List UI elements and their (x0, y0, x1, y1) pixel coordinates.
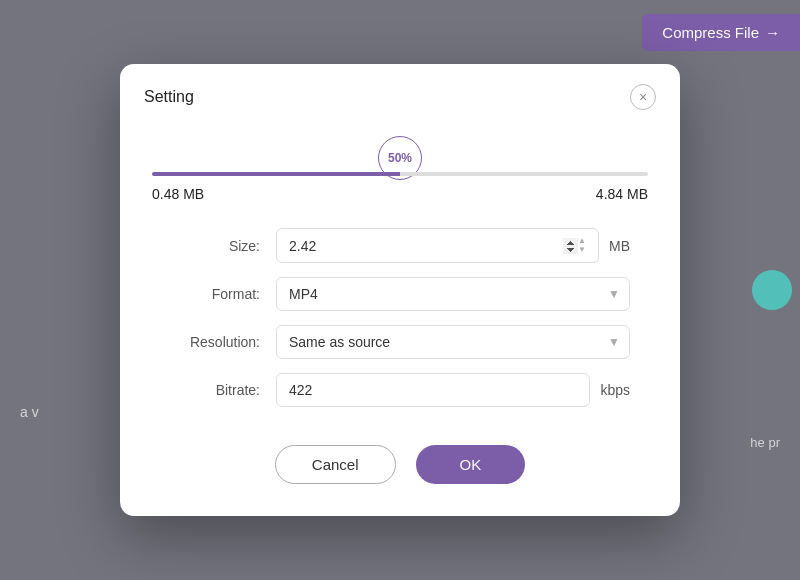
size-input-container: ▲ ▼ (276, 228, 599, 263)
settings-dialog: Setting × 50% 0.48 MB 4.84 MB Size: (120, 64, 680, 516)
close-button[interactable]: × (630, 84, 656, 110)
resolution-select-wrapper: Same as source 1080p 720p 480p 360p ▼ (276, 325, 630, 359)
dialog-title: Setting (144, 88, 194, 106)
form-section: Size: ▲ ▼ MB Format: MP4 AVI (120, 218, 680, 407)
size-input-wrap: ▲ ▼ MB (276, 228, 630, 263)
slider-section: 50% 0.48 MB 4.84 MB (120, 126, 680, 218)
format-select[interactable]: MP4 AVI MOV MKV WMV (276, 277, 630, 311)
format-select-wrapper: MP4 AVI MOV MKV WMV ▼ (276, 277, 630, 311)
size-input[interactable] (289, 238, 578, 254)
resolution-row: Resolution: Same as source 1080p 720p 48… (170, 325, 630, 359)
slider-track[interactable] (152, 172, 648, 176)
format-input-wrap: MP4 AVI MOV MKV WMV ▼ (276, 277, 630, 311)
bg-text-left: a v (20, 404, 39, 420)
size-row: Size: ▲ ▼ MB (170, 228, 630, 263)
size-spin-down[interactable]: ▼ (578, 246, 586, 254)
bitrate-input[interactable] (276, 373, 590, 407)
bitrate-row: Bitrate: kbps (170, 373, 630, 407)
ok-button[interactable]: OK (416, 445, 526, 484)
slider-container: 50% (152, 136, 648, 176)
dialog-footer: Cancel OK (120, 421, 680, 484)
bitrate-label: Bitrate: (170, 382, 260, 398)
bitrate-unit: kbps (600, 382, 630, 398)
size-unit: MB (609, 238, 630, 254)
resolution-select[interactable]: Same as source 1080p 720p 480p 360p (276, 325, 630, 359)
resolution-label: Resolution: (170, 334, 260, 350)
close-icon: × (639, 90, 647, 104)
teal-circle-decoration (752, 270, 792, 310)
compress-label: Compress File (662, 24, 759, 41)
slider-max-label: 4.84 MB (596, 186, 648, 202)
size-spin-up[interactable]: ▲ (578, 237, 586, 245)
cancel-button[interactable]: Cancel (275, 445, 396, 484)
compress-arrow: → (765, 24, 780, 41)
format-row: Format: MP4 AVI MOV MKV WMV ▼ (170, 277, 630, 311)
slider-min-label: 0.48 MB (152, 186, 204, 202)
format-label: Format: (170, 286, 260, 302)
slider-filled-track (152, 172, 400, 176)
size-spin-arrows[interactable]: ▲ ▼ (578, 237, 586, 254)
dialog-header: Setting × (120, 64, 680, 126)
compress-file-button[interactable]: Compress File → (642, 14, 800, 51)
bitrate-input-wrap: kbps (276, 373, 630, 407)
size-label: Size: (170, 238, 260, 254)
resolution-input-wrap: Same as source 1080p 720p 480p 360p ▼ (276, 325, 630, 359)
bg-text-right: he pr (750, 435, 780, 450)
slider-labels: 0.48 MB 4.84 MB (152, 186, 648, 202)
slider-empty-track (400, 172, 648, 176)
